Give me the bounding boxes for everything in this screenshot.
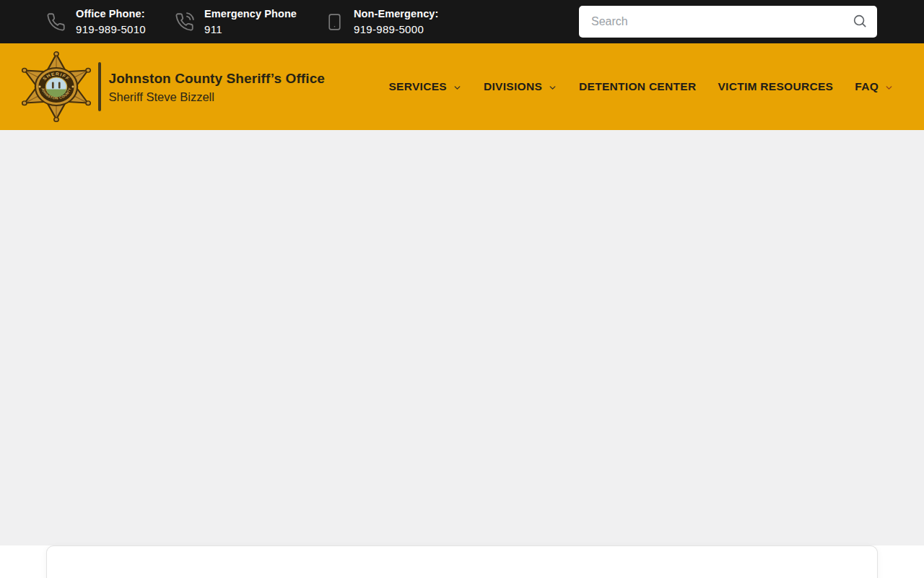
contact-office-phone: Office Phone: 919-989-5010 (46, 7, 146, 37)
site-header: SHERIFF JOHNSTON COUNTY Johnston County … (0, 43, 924, 130)
smartphone-icon (326, 12, 344, 32)
contact-number[interactable]: 919-989-5000 (354, 22, 438, 37)
contact-number[interactable]: 911 (204, 22, 297, 37)
search-icon (852, 13, 868, 31)
nav-item-label: FAQ (855, 80, 879, 93)
search-input[interactable] (579, 6, 847, 38)
chevron-down-icon (453, 83, 462, 92)
brand-divider (98, 62, 101, 111)
site-subtitle: Sheriff Steve Bizzell (109, 90, 325, 104)
contact-non-emergency: Non-Emergency: 919-989-5000 (326, 7, 438, 37)
nav-item-label: SERVICES (388, 80, 447, 93)
nav-item-label: DIVISIONS (484, 80, 542, 93)
sheriff-badge-icon: SHERIFF JOHNSTON COUNTY (16, 51, 97, 123)
nav-item-label: DETENTION CENTER (579, 80, 696, 93)
top-contact-bar: Office Phone: 919-989-5010 Emergency Pho… (0, 0, 924, 43)
chevron-down-icon (884, 83, 894, 92)
main-nav: SERVICES DIVISIONS DETENTION CENTER VICT… (388, 80, 894, 93)
contact-label: Office Phone: (76, 7, 146, 22)
bottom-section (0, 545, 924, 578)
search-button[interactable] (847, 13, 877, 31)
contact-label: Non-Emergency: (354, 7, 438, 22)
chevron-down-icon (548, 83, 557, 92)
site-title: Johnston County Sheriff’s Office (109, 70, 325, 87)
nav-item-faq[interactable]: FAQ (855, 80, 894, 93)
contact-emergency-phone: Emergency Phone 911 (175, 7, 297, 37)
phone-call-icon (175, 12, 194, 32)
phone-icon (46, 12, 66, 32)
search-form (579, 6, 877, 38)
contact-list: Office Phone: 919-989-5010 Emergency Pho… (46, 7, 438, 37)
nav-item-divisions[interactable]: DIVISIONS (484, 80, 557, 93)
nav-item-services[interactable]: SERVICES (388, 80, 462, 93)
nav-item-detention-center[interactable]: DETENTION CENTER (579, 80, 696, 93)
nav-item-victim-resources[interactable]: VICTIM RESOURCES (718, 80, 833, 93)
nav-item-label: VICTIM RESOURCES (718, 80, 833, 93)
contact-number[interactable]: 919-989-5010 (76, 22, 146, 37)
content-card (46, 545, 878, 578)
contact-label: Emergency Phone (204, 7, 297, 22)
hero-area (0, 130, 924, 545)
site-logo[interactable]: SHERIFF JOHNSTON COUNTY Johnston County … (16, 51, 325, 123)
